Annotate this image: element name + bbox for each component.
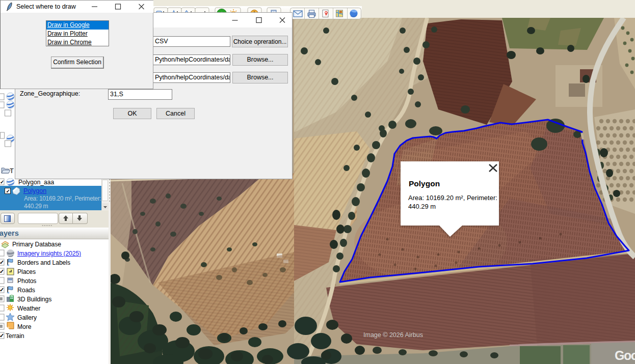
svg-text:✓: ✓ [6,188,10,194]
svg-text:✓: ✓ [0,259,4,265]
svg-text:✓: ✓ [0,179,4,185]
svg-text:✓: ✓ [0,332,4,339]
svg-text:440.29 m: 440.29 m [408,203,436,210]
svg-text:✓: ✓ [0,268,4,274]
svg-text:Polygon: Polygon [409,179,440,188]
svg-text:Goo: Goo [615,348,635,362]
svg-text:Image © 2026 Airbus: Image © 2026 Airbus [363,331,423,339]
svg-text:✓: ✓ [0,287,4,293]
svg-text:Area: 10169.20 m², Perimeter:: Area: 10169.20 m², Perimeter: [408,194,497,202]
svg-text:T: T [10,167,14,175]
